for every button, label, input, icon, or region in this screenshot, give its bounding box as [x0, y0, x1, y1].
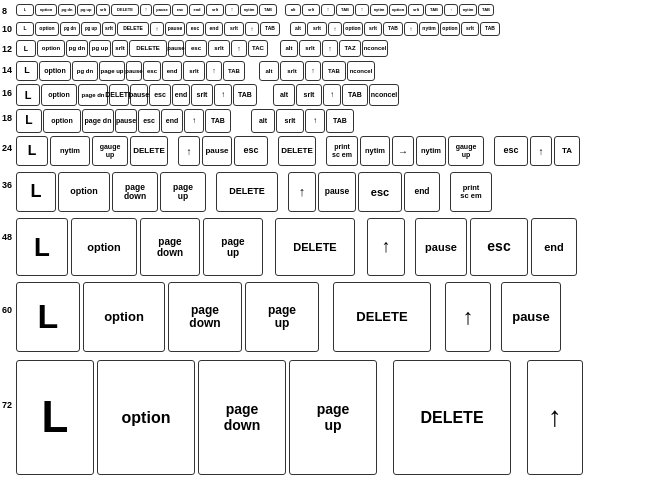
key-row8-r7[interactable]: option — [389, 4, 407, 16]
key-row48-pgdn[interactable]: pagedown — [140, 218, 200, 276]
key-row14-pgup[interactable]: page up — [99, 61, 125, 81]
key-row24-del2[interactable]: DELETE — [278, 136, 316, 166]
key-row8-7[interactable]: pause — [153, 4, 171, 16]
key-row24-nytim[interactable]: nytim — [50, 136, 90, 166]
key-row16-esc[interactable]: esc — [149, 84, 171, 106]
key-row10-r11[interactable]: TAB — [480, 22, 500, 36]
key-row18-end[interactable]: end — [161, 109, 183, 133]
key-row18-tab[interactable]: TAB — [205, 109, 231, 133]
key-row10-r8[interactable]: nytim — [419, 22, 439, 36]
key-row12-r5[interactable]: nconcel — [362, 40, 388, 57]
key-row48-del[interactable]: DELETE — [275, 218, 355, 276]
key-row18-r1[interactable]: alt — [251, 109, 275, 133]
key-row8-r4[interactable]: TAB — [336, 4, 354, 16]
key-row10-r4[interactable]: option — [343, 22, 363, 36]
key-row48-pgup[interactable]: pageup — [203, 218, 263, 276]
key-row60-pause[interactable]: pause — [501, 282, 561, 352]
key-row8-r2[interactable]: srlt — [302, 4, 320, 16]
key-row36-pgup[interactable]: pageup — [160, 172, 206, 212]
key-row72-pgup[interactable]: pageup — [289, 360, 377, 475]
key-row16-end[interactable]: end — [172, 84, 190, 106]
key-row72-pgdn[interactable]: pagedown — [198, 360, 286, 475]
key-row8-r5[interactable]: ↑ — [355, 4, 369, 16]
key-row36-end[interactable]: end — [404, 172, 440, 212]
key-row10-up2[interactable]: ↑ — [245, 22, 259, 36]
key-row8-r3[interactable]: ↑ — [321, 4, 335, 16]
key-row24-gauge[interactable]: gaugeup — [92, 136, 128, 166]
key-row16-pgdn[interactable]: page dn — [78, 84, 108, 106]
key-row14-r4[interactable]: TAB — [322, 61, 346, 81]
key-row48-end[interactable]: end — [531, 218, 577, 276]
key-row8-r6[interactable]: nytim — [370, 4, 388, 16]
key-row12-tab[interactable]: TAC — [248, 40, 268, 57]
key-row12-up[interactable]: ↑ — [231, 40, 247, 57]
key-row12-srlt2[interactable]: srlt — [208, 40, 230, 57]
key-row60-up[interactable]: ↑ — [445, 282, 491, 352]
key-row8-12[interactable]: nytim — [240, 4, 258, 16]
key-row12-pgdn[interactable]: pg dn — [66, 40, 88, 57]
key-row18-esc[interactable]: esc — [138, 109, 160, 133]
key-row36-del[interactable]: DELETE — [216, 172, 278, 212]
key-row24-pause[interactable]: pause — [202, 136, 232, 166]
key-row10-r10[interactable]: srlt — [461, 22, 479, 36]
key-row36-option[interactable]: option — [58, 172, 110, 212]
key-row14-L[interactable]: L — [16, 61, 38, 81]
key-row12-r4[interactable]: TAZ — [339, 40, 361, 57]
key-row10-1[interactable]: L — [16, 22, 34, 36]
key-row10-3[interactable]: pg dn — [60, 22, 80, 36]
key-row24-r4[interactable]: nytim — [416, 136, 446, 166]
key-row10-5[interactable]: srlt — [102, 22, 116, 36]
key-row36-esc[interactable]: esc — [358, 172, 402, 212]
key-row12-option[interactable]: option — [37, 40, 65, 57]
key-row16-r1[interactable]: alt — [273, 84, 295, 106]
key-row18-up[interactable]: ↑ — [184, 109, 204, 133]
key-row16-srlt[interactable]: srlt — [191, 84, 213, 106]
key-row12-esc[interactable]: esc — [185, 40, 207, 57]
key-row18-r4[interactable]: TAB — [326, 109, 354, 133]
key-row8-8[interactable]: esc — [172, 4, 188, 16]
key-row14-esc[interactable]: esc — [143, 61, 161, 81]
key-row60-pgup[interactable]: pageup — [245, 282, 319, 352]
key-row60-L[interactable]: L — [16, 282, 80, 352]
key-row14-pgdn[interactable]: pg dn — [72, 61, 98, 81]
key-row12-L[interactable]: L — [16, 40, 36, 57]
key-row14-up[interactable]: ↑ — [206, 61, 222, 81]
key-row10-del[interactable]: DELETE — [117, 22, 149, 36]
key-row8-r10[interactable]: ↑ — [444, 4, 458, 16]
key-row36-L[interactable]: L — [16, 172, 56, 212]
key-row10-r6[interactable]: TAB — [383, 22, 403, 36]
key-row36-pause[interactable]: pause — [318, 172, 356, 212]
key-row10-r9[interactable]: option — [440, 22, 460, 36]
key-row8-r12[interactable]: TAB — [478, 4, 494, 16]
key-row18-L[interactable]: L — [16, 109, 42, 133]
key-row36-r1[interactable]: printsc em — [450, 172, 492, 212]
key-row24-r7[interactable]: ↑ — [530, 136, 552, 166]
key-row8-5[interactable]: srlt — [96, 4, 110, 16]
key-row16-tab[interactable]: TAB — [233, 84, 257, 106]
key-row18-option[interactable]: option — [43, 109, 81, 133]
key-row10-srlt2[interactable]: srlt — [224, 22, 244, 36]
key-row10-tab[interactable]: TAB — [260, 22, 280, 36]
key-row36-up[interactable]: ↑ — [288, 172, 316, 212]
key-row48-up[interactable]: ↑ — [367, 218, 405, 276]
key-row14-r2[interactable]: srlt — [280, 61, 304, 81]
key-row16-delete[interactable]: DELETE — [109, 84, 129, 106]
key-row16-r5[interactable]: nconcel — [369, 84, 399, 106]
key-row36-pgdn[interactable]: pagedown — [112, 172, 158, 212]
key-row12-pgup[interactable]: pg up — [89, 40, 111, 57]
key-row14-r1[interactable]: alt — [259, 61, 279, 81]
key-row14-option[interactable]: option — [39, 61, 71, 81]
key-row8-r1[interactable]: alt — [285, 4, 301, 16]
key-row12-r3[interactable]: ↑ — [322, 40, 338, 57]
key-row8-10[interactable]: srlt — [206, 4, 224, 16]
key-row24-r2[interactable]: nytim — [360, 136, 390, 166]
key-row14-r3[interactable]: ↑ — [305, 61, 321, 81]
key-row8-2[interactable]: option — [35, 4, 57, 16]
key-row72-option[interactable]: option — [97, 360, 195, 475]
key-row8-r11[interactable]: nytim — [459, 4, 477, 16]
key-row18-r3[interactable]: ↑ — [305, 109, 325, 133]
key-row12-pause[interactable]: pause — [168, 40, 184, 57]
key-row14-pause[interactable]: pause — [126, 61, 142, 81]
key-row24-esc[interactable]: esc — [234, 136, 268, 166]
key-row10-4[interactable]: pg up — [81, 22, 101, 36]
